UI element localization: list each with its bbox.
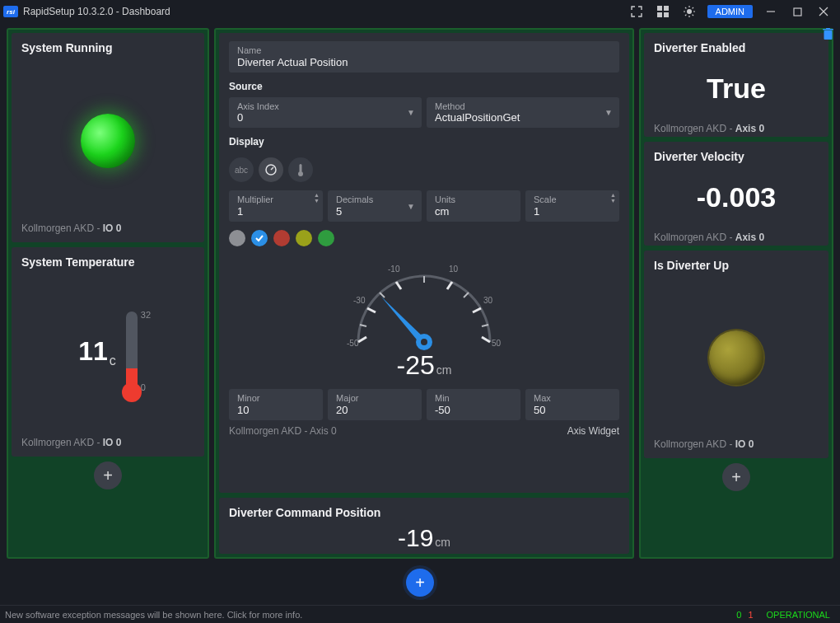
gauge-tick: -30	[353, 296, 365, 305]
swatch-olive[interactable]	[296, 230, 312, 246]
maximize-icon[interactable]	[784, 0, 810, 23]
card-title: Is Diverter Up	[654, 259, 819, 272]
name-field[interactable]: Name Diverter Actual Position	[229, 41, 619, 73]
svg-point-4	[687, 9, 692, 14]
status-count-red: 1	[748, 610, 753, 620]
multiplier-field[interactable]: Multiplier 1 ▲▼	[229, 190, 323, 222]
svg-rect-3	[664, 12, 669, 17]
status-count-green: 0	[736, 610, 741, 620]
gauge-tick: -50	[347, 339, 358, 348]
dashboard-main: System Running Kollmorgen AKD - IO 0 Sys…	[0, 23, 840, 564]
swatch-blue[interactable]	[251, 230, 268, 246]
close-icon[interactable]	[810, 0, 837, 23]
swatch-green[interactable]	[318, 230, 334, 246]
minimize-icon[interactable]	[758, 0, 784, 23]
left-column: System Running Kollmorgen AKD - IO 0 Sys…	[7, 28, 209, 559]
display-type-thermo-icon[interactable]	[288, 157, 313, 182]
svg-rect-18	[823, 29, 833, 30]
status-operational: OPERATIONAL	[767, 610, 830, 620]
card-footer: Kollmorgen AKD - Axis 0	[654, 232, 819, 243]
card-footer: Kollmorgen AKD - IO 0	[21, 437, 194, 448]
card-title: Diverter Enabled	[654, 41, 819, 54]
max-field[interactable]: Max 50	[525, 389, 619, 420]
svg-rect-14	[794, 8, 801, 16]
svg-line-28	[473, 308, 481, 312]
app-logo: rsi	[3, 6, 18, 17]
spinner-icon: ▲▼	[314, 192, 320, 204]
status-led-off	[709, 330, 763, 385]
card-diverter-velocity: Diverter Velocity -0.003 Kollmorgen AKD …	[644, 142, 828, 246]
gauge-value: -25cm	[397, 350, 452, 381]
theme-icon[interactable]	[676, 0, 702, 23]
method-select[interactable]: Method ActualPositionGet ▼	[427, 97, 619, 129]
grid-icon[interactable]	[650, 0, 676, 23]
svg-rect-2	[657, 12, 662, 17]
temperature-readout: 11c	[78, 336, 116, 367]
gauge-tick: 50	[492, 339, 501, 348]
value-display: -0.003	[654, 181, 819, 213]
svg-point-23	[298, 171, 303, 176]
value-display: True	[654, 73, 819, 105]
display-type-text-icon[interactable]: abc	[229, 157, 254, 182]
add-widget-button[interactable]: +	[722, 463, 750, 491]
card-is-diverter-up: Is Diverter Up Kollmorgen AKD - IO 0	[644, 251, 828, 458]
svg-line-25	[367, 308, 376, 312]
bottom-add-area: +	[0, 564, 840, 605]
display-label: Display	[229, 136, 619, 148]
trash-icon[interactable]	[823, 28, 833, 43]
add-dashboard-button[interactable]: +	[406, 569, 434, 597]
gauge-tick: 10	[449, 265, 458, 274]
status-message[interactable]: New software exception messages will be …	[5, 610, 302, 620]
chevron-down-icon: ▼	[604, 108, 613, 117]
scale-field[interactable]: Scale 1 ▲▼	[525, 190, 619, 222]
card-footer: Kollmorgen AKD - Axis 0	[654, 123, 819, 134]
svg-line-12	[692, 7, 693, 8]
compress-icon[interactable]	[623, 0, 650, 23]
titlebar: rsi RapidSetup 10.3.2.0 - Dashboard ADMI…	[0, 0, 840, 23]
status-led-green	[81, 114, 135, 168]
card-title: System Temperature	[21, 255, 194, 269]
card-footer: Kollmorgen AKD - Axis 0	[229, 425, 337, 437]
card-title: Diverter Command Position	[229, 506, 619, 519]
svg-point-37	[421, 339, 427, 345]
display-type-gauge-icon[interactable]	[259, 157, 283, 182]
card-footer: Kollmorgen AKD - IO 0	[21, 222, 194, 234]
chevron-down-icon: ▼	[407, 202, 415, 211]
svg-rect-0	[657, 6, 662, 11]
statusbar[interactable]: New software exception messages will be …	[0, 605, 840, 623]
decimals-field[interactable]: Decimals 5 ▼	[328, 190, 422, 222]
svg-line-26	[396, 282, 401, 289]
units-field[interactable]: Units cm	[427, 190, 520, 222]
middle-column: Name Diverter Actual Position Source Axi…	[214, 28, 634, 559]
card-title: System Running	[21, 41, 194, 54]
swatch-red[interactable]	[273, 230, 290, 246]
svg-rect-17	[824, 30, 833, 40]
svg-line-9	[685, 7, 686, 8]
card-diverter-command: Diverter Command Position -19cm	[219, 498, 629, 554]
thermometer-icon: 32 0	[126, 312, 138, 391]
axis-index-select[interactable]: Axis Index 0 ▼	[229, 97, 422, 129]
svg-line-31	[380, 293, 385, 297]
min-field[interactable]: Min -50	[427, 389, 520, 420]
card-diverter-enabled: Diverter Enabled True Kollmorgen AKD - A…	[644, 33, 828, 137]
swatch-gray[interactable]	[229, 230, 245, 246]
svg-rect-19	[826, 28, 830, 29]
minor-field[interactable]: Minor 10	[229, 389, 323, 420]
gauge: -50 -30 -10 10 30 50 -25cm	[229, 251, 619, 381]
widget-type-label: Axis Widget	[567, 425, 619, 437]
svg-line-21	[271, 167, 273, 170]
command-value: -19cm	[229, 524, 619, 552]
gauge-tick: 30	[483, 296, 492, 305]
card-footer: Kollmorgen AKD - IO 0	[654, 438, 819, 450]
card-title: Diverter Velocity	[654, 150, 819, 163]
window-title: RapidSetup 10.3.2.0 - Dashboard	[23, 6, 170, 17]
spinner-icon: ▲▼	[610, 192, 616, 204]
major-field[interactable]: Major 20	[328, 389, 422, 420]
chevron-down-icon: ▼	[407, 108, 415, 117]
card-system-running: System Running Kollmorgen AKD - IO 0	[12, 33, 204, 242]
svg-line-27	[447, 282, 452, 289]
svg-rect-1	[664, 6, 669, 11]
svg-line-11	[685, 15, 686, 16]
add-widget-button[interactable]: +	[94, 461, 122, 490]
admin-button[interactable]: ADMIN	[707, 5, 753, 18]
